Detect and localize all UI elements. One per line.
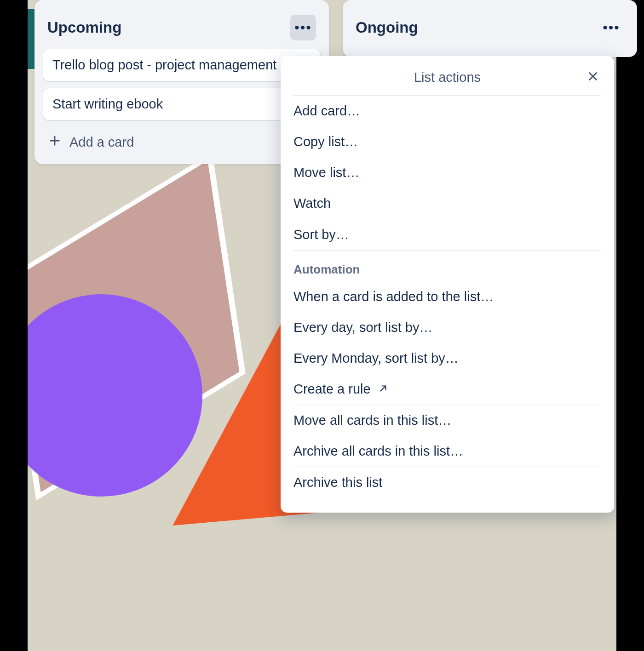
- list-ongoing: Ongoing •••: [343, 0, 637, 57]
- card-trello-blog-post[interactable]: Trello blog post - project management: [43, 49, 321, 81]
- popover-title: List actions: [414, 70, 481, 85]
- external-link-icon: [378, 382, 388, 397]
- card-start-writing-ebook[interactable]: Start writing ebook: [43, 88, 321, 120]
- action-add-card[interactable]: Add card…: [281, 96, 614, 126]
- board-stage: Upcoming ••• Trello blog post - project …: [0, 0, 644, 651]
- action-move-all-cards[interactable]: Move all cards in this list…: [281, 405, 614, 436]
- action-move-list[interactable]: Move list…: [281, 157, 614, 188]
- action-archive-all-cards[interactable]: Archive all cards in this list…: [281, 436, 614, 467]
- automation-every-monday[interactable]: Every Monday, sort list by…: [281, 343, 614, 374]
- letterbox-left: [0, 0, 28, 651]
- popover-close-button[interactable]: [584, 68, 602, 86]
- list-title-ongoing[interactable]: Ongoing: [356, 19, 418, 36]
- svg-line-4: [380, 386, 385, 391]
- action-watch[interactable]: Watch: [281, 188, 614, 219]
- list-menu-button-upcoming[interactable]: •••: [290, 15, 316, 40]
- automation-create-rule[interactable]: Create a rule: [281, 374, 614, 405]
- list-actions-popover: List actions Add card… Copy list… Move l…: [281, 56, 614, 513]
- automation-card-added[interactable]: When a card is added to the list…: [281, 281, 614, 312]
- plus-icon: [48, 134, 61, 150]
- letterbox-right: [616, 0, 644, 651]
- automation-every-day[interactable]: Every day, sort list by…: [281, 312, 614, 343]
- list-header-upcoming: Upcoming •••: [43, 10, 321, 49]
- popover-section-automation: Automation: [281, 251, 614, 281]
- create-rule-label: Create a rule: [293, 382, 371, 397]
- list-menu-button-ongoing[interactable]: •••: [598, 15, 624, 40]
- more-icon: •••: [294, 21, 312, 34]
- add-card-label: Add a card: [69, 135, 134, 150]
- list-title-upcoming[interactable]: Upcoming: [47, 19, 121, 36]
- add-card-button-upcoming[interactable]: Add a card: [43, 127, 321, 156]
- action-sort-by[interactable]: Sort by…: [281, 219, 614, 250]
- list-header-ongoing: Ongoing •••: [351, 10, 629, 49]
- action-copy-list[interactable]: Copy list…: [281, 126, 614, 157]
- popover-header: List actions: [281, 64, 614, 95]
- more-icon: •••: [603, 21, 620, 34]
- close-icon: [587, 70, 599, 84]
- action-archive-list[interactable]: Archive this list: [281, 467, 614, 498]
